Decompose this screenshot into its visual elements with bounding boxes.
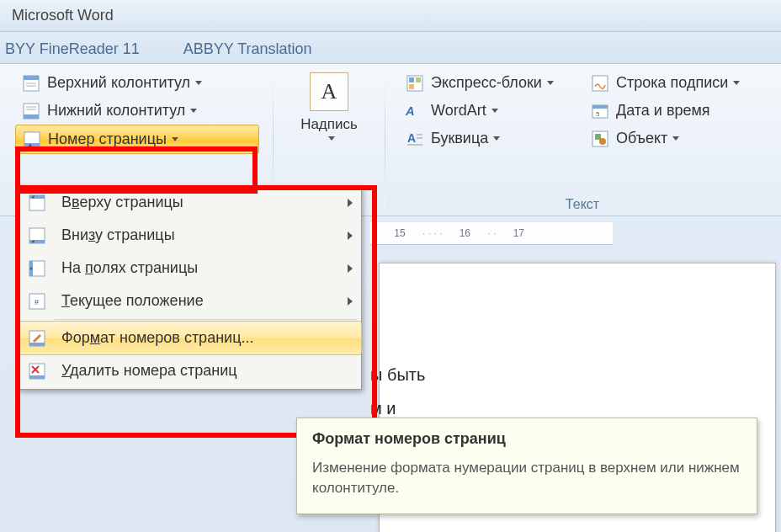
header-bottom-label: Нижний колонтитул: [47, 102, 185, 120]
dropdown-arrow-icon: [493, 136, 500, 141]
menu-label: На полях страницы: [61, 259, 198, 277]
menu-label: Текущее положение: [61, 292, 204, 310]
format-icon: [28, 330, 46, 347]
ribbon-separator: [385, 72, 385, 209]
svg-rect-5: [24, 114, 39, 119]
menu-remove-page-numbers[interactable]: Удалить номера страниц: [18, 354, 361, 387]
svg-text:#: #: [30, 266, 33, 271]
svg-text:5: 5: [596, 110, 600, 118]
tooltip-format-page-numbers: Формат номеров страниц Изменение формата…: [296, 418, 757, 514]
menu-page-margins[interactable]: # На полях страницы: [18, 252, 361, 285]
dropdown-arrow-icon: [733, 81, 740, 85]
page-top-icon: #: [28, 194, 46, 211]
signature-icon: [591, 75, 609, 92]
ruler-mark: 17: [496, 227, 541, 239]
tab-finereader[interactable]: BYY FineReader 11: [5, 40, 140, 57]
menu-label: Удалить номера страниц: [61, 362, 237, 380]
svg-rect-39: [29, 343, 45, 346]
page-margins-icon: #: [28, 260, 46, 277]
dropdown-arrow-icon: [547, 81, 554, 85]
wordart-button[interactable]: A WordArt: [399, 97, 584, 125]
text-fragment: ы быть: [370, 365, 425, 384]
addin-tab-row: BYY FineReader 11 ABBYY Translation: [0, 32, 781, 64]
dropdown-arrow-icon: [172, 137, 178, 141]
dropdown-arrow-icon: [328, 136, 335, 141]
textbox-icon: A: [310, 72, 348, 111]
svg-text:A: A: [406, 104, 415, 118]
textbox-button[interactable]: A Надпись: [294, 69, 364, 144]
window-title: Microsoft Word: [12, 7, 114, 24]
page-number-button[interactable]: # Номер страницы: [15, 125, 259, 154]
dropdown-arrow-icon: [195, 81, 202, 85]
header-top-button[interactable]: Верхний колонтитул: [15, 69, 259, 97]
svg-rect-14: [409, 84, 414, 89]
current-position-icon: #: [28, 293, 46, 310]
tooltip-body: Изменение формата нумерации страниц в ве…: [312, 458, 741, 498]
menu-label: Вверху страницы: [61, 194, 183, 211]
quick-parts-button[interactable]: Экспресс-блоки: [399, 69, 584, 97]
svg-rect-1: [24, 76, 39, 80]
remove-icon: [28, 363, 46, 380]
page-number-label: Номер страницы: [48, 130, 167, 148]
menu-format-page-numbers[interactable]: Формат номеров страниц...: [17, 321, 362, 355]
dropcap-label: Буквица: [431, 130, 488, 147]
svg-rect-41: [29, 375, 45, 379]
menu-bottom-of-page[interactable]: # Внизу страницы: [18, 219, 361, 252]
submenu-arrow-icon: [348, 297, 353, 306]
header-top-label: Верхний колонтитул: [47, 74, 190, 92]
svg-rect-12: [409, 77, 414, 82]
svg-text:#: #: [32, 238, 35, 243]
menu-current-position[interactable]: # Текущее положение: [18, 285, 361, 317]
tooltip-title: Формат номеров страниц: [312, 430, 741, 448]
menu-label: Внизу страницы: [61, 226, 175, 244]
body-text-fragment: ы быть: [370, 365, 425, 385]
svg-text:A: A: [407, 131, 416, 145]
object-button[interactable]: Объект: [584, 125, 746, 152]
dropcap-icon: A: [406, 130, 424, 147]
submenu-arrow-icon: [348, 231, 353, 240]
svg-rect-22: [592, 105, 608, 109]
window-title-bar: Microsoft Word: [0, 0, 781, 32]
ribbon-group-text: Экспресс-блоки A WordArt A Буквица: [390, 69, 774, 212]
body-text-fragment: м и: [370, 399, 396, 418]
wordart-icon: A: [406, 103, 424, 120]
quick-parts-label: Экспресс-блоки: [431, 74, 542, 92]
page-number-dropdown: # Вверху страницы # Внизу страницы # На …: [17, 185, 362, 390]
menu-label: Формат номеров страниц...: [61, 329, 253, 347]
dropdown-arrow-icon: [491, 109, 498, 113]
ribbon-group-label-text: Текст: [399, 194, 766, 212]
header-icon: [22, 75, 40, 92]
submenu-arrow-icon: [348, 199, 353, 207]
dropdown-arrow-icon: [190, 109, 197, 113]
object-label: Объект: [616, 130, 667, 147]
dropcap-button[interactable]: A Буквица: [399, 125, 584, 152]
menu-top-of-page[interactable]: # Вверху страницы: [18, 186, 361, 219]
svg-rect-25: [595, 134, 601, 140]
svg-rect-13: [416, 77, 421, 82]
submenu-arrow-icon: [348, 264, 353, 273]
svg-rect-20: [592, 76, 608, 91]
datetime-label: Дата и время: [616, 102, 710, 120]
datetime-icon: 5: [591, 103, 609, 120]
svg-text:#: #: [32, 194, 35, 200]
page-number-icon: #: [23, 131, 41, 148]
svg-text:#: #: [35, 298, 39, 306]
object-icon: [591, 130, 609, 147]
signature-line-button[interactable]: Строка подписи: [584, 69, 746, 97]
horizontal-ruler[interactable]: 15 · · · · 16 · · 17: [370, 222, 613, 245]
header-bottom-button[interactable]: Нижний колонтитул: [15, 97, 259, 125]
signature-label: Строка подписи: [616, 74, 728, 92]
page-bottom-icon: #: [28, 227, 46, 244]
text-fragment: м и: [370, 399, 396, 418]
ruler-mark: 16: [442, 227, 487, 239]
footer-icon: [22, 103, 40, 120]
wordart-label: WordArt: [431, 102, 486, 120]
tab-abbyy-translation[interactable]: ABBYY Translation: [183, 40, 312, 57]
textbox-label: Надпись: [300, 116, 358, 133]
menu-separator: [55, 319, 358, 320]
ruler-mark: 15: [377, 227, 422, 239]
svg-rect-9: [24, 143, 40, 147]
svg-point-26: [599, 138, 606, 145]
datetime-button[interactable]: 5 Дата и время: [584, 97, 746, 125]
quick-parts-icon: [406, 75, 424, 92]
